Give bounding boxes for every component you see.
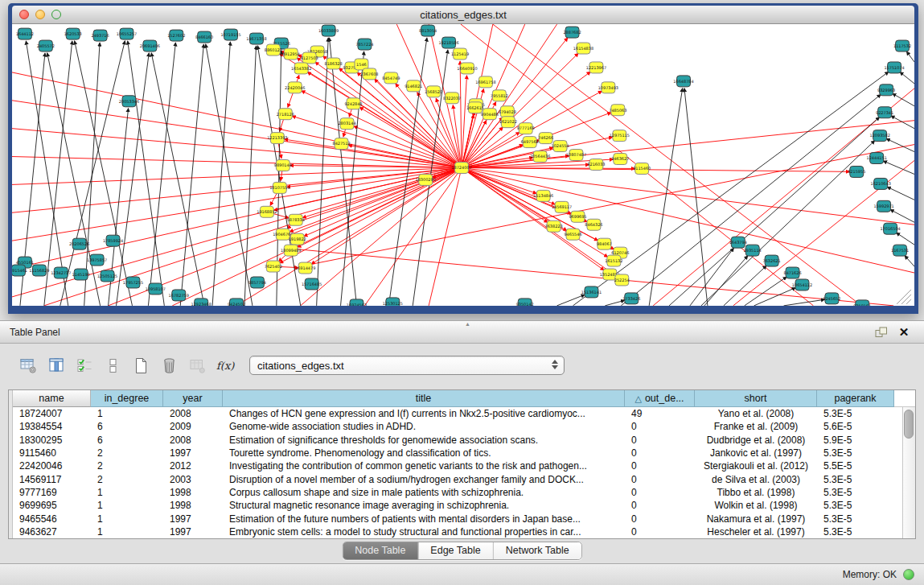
close-button[interactable]	[19, 10, 29, 19]
graph-edge	[206, 44, 253, 306]
table-cell: 18724007	[13, 408, 91, 419]
graph-node-label: 20691406	[140, 43, 160, 48]
graph-node-label: 10719155	[220, 32, 240, 37]
table-cell: 0	[625, 460, 695, 472]
clear-selection-icon[interactable]	[102, 355, 123, 376]
graph-node-label: 9350161	[853, 303, 871, 306]
graph-node-label: 19168852	[257, 209, 277, 214]
table-cell: Disruption of a novel member of a sodium…	[223, 474, 625, 485]
delete-table-icon[interactable]	[158, 355, 179, 376]
table-cell: 2008	[163, 408, 223, 419]
column-header-year[interactable]: year	[163, 390, 223, 407]
zoom-button[interactable]	[51, 10, 61, 19]
table-row[interactable]: 1830029562008Estimation of significance …	[9, 434, 915, 447]
graph-node-label: 6794028	[499, 109, 516, 114]
window-title: citations_edges.txt	[420, 9, 507, 21]
graph-edge	[906, 51, 914, 62]
graph-edge	[460, 61, 462, 168]
graph-node-label: 1568520	[425, 89, 442, 94]
graph-edge	[280, 167, 462, 262]
graph-node-label: 15716485	[302, 282, 322, 286]
graph-node-label: 8860123	[265, 47, 282, 52]
table-row[interactable]: 969969511998Structural magnetic resonanc…	[9, 499, 915, 512]
column-header-out_de[interactable]: △out_de...	[625, 390, 695, 407]
new-table-icon[interactable]	[130, 355, 151, 376]
resize-grip-icon[interactable]	[906, 299, 911, 304]
minimize-button[interactable]	[35, 10, 45, 19]
graph-edge	[26, 41, 68, 306]
graph-node-label: 9146821	[405, 84, 422, 89]
table-select-value: citations_edges.txt	[257, 360, 344, 372]
close-panel-icon[interactable]: ✕	[895, 324, 913, 340]
graph-node-label: 14569117	[552, 204, 572, 209]
table-header-row: namein_degreeyeartitle△out_de...shortpag…	[9, 390, 915, 407]
scrollbar-thumb[interactable]	[904, 410, 914, 439]
resize-grip-icon[interactable]	[901, 295, 911, 304]
table-row[interactable]: 2242004622012Investigating the contribut…	[9, 459, 915, 472]
float-window-icon[interactable]	[873, 324, 890, 340]
table-select-dropdown[interactable]: citations_edges.txt	[249, 356, 565, 375]
graph-edge	[754, 288, 796, 306]
graph-edge	[75, 41, 133, 306]
graph-node-label: 1024554	[551, 143, 569, 148]
graph-node-label: 9890144	[274, 163, 292, 167]
graph-node-label: 18107554	[269, 185, 290, 190]
show-columns-icon[interactable]	[46, 355, 67, 376]
network-canvas[interactable]: 1644112240557216205332493716106552572069…	[12, 24, 914, 306]
tab-edge-table[interactable]: Edge Table	[417, 542, 492, 559]
memory-status-icon	[903, 569, 914, 580]
graph-edge	[180, 44, 203, 306]
table-cell: 9115460	[13, 447, 91, 459]
table-cell: 1997	[163, 526, 223, 538]
vertical-scrollbar[interactable]	[902, 407, 915, 538]
graph-node-label: 2887682	[563, 30, 581, 35]
table-cell: Estimation of significance thresholds fo…	[223, 435, 625, 446]
graph-edge	[887, 187, 914, 200]
graph-node-label: 12093582	[870, 133, 890, 138]
table-row[interactable]: 946554611997Estimation of the future num…	[9, 512, 915, 525]
graph-node-label: 8464326	[585, 222, 602, 227]
graph-node-label: 16543382	[291, 66, 311, 71]
tab-network-table[interactable]: Network Table	[493, 542, 581, 559]
graph-node-label: 9329963	[877, 88, 895, 93]
graph-node-label: 20564436	[530, 154, 550, 159]
table-panel-bar: ▲ Table Panel ✕	[0, 320, 924, 344]
graph-node-label: 1733426	[622, 296, 640, 301]
table-cell: 0	[625, 421, 695, 432]
graph-node-label: 8813054	[419, 28, 437, 33]
column-header-pagerank[interactable]: pagerank	[817, 390, 894, 407]
graph-node-label: 7857224	[355, 42, 373, 47]
column-header-title[interactable]: title	[223, 390, 625, 407]
table-row[interactable]: 946362711997Embryonic stem cells: a mode…	[9, 525, 915, 538]
panel-splitter-handle[interactable]: ▲	[462, 322, 474, 327]
graph-node-label: 16640910	[457, 66, 477, 71]
graph-edge	[905, 256, 914, 266]
graph-node-label: 7638223	[545, 224, 563, 229]
graph-edge	[890, 209, 914, 222]
table-row[interactable]: 977716911998Corpus callosum shape and si…	[9, 486, 915, 499]
column-header-name[interactable]: name	[13, 390, 91, 407]
graph-node-label: 2718126	[277, 112, 294, 117]
graph-node-label: 18099489	[281, 248, 301, 253]
svg-text:f(x): f(x)	[216, 360, 235, 372]
function-builder-icon[interactable]: f(x)	[215, 355, 236, 376]
column-header-short[interactable]: short	[695, 390, 817, 407]
graph-node-label: 16782759	[169, 293, 189, 298]
table-row[interactable]: 911546021997Tourette syndrome. Phenomeno…	[9, 447, 915, 459]
tab-node-table[interactable]: Node Table	[343, 542, 417, 559]
graph-node-label: 9699695	[569, 214, 586, 219]
table-cell: 2012	[163, 460, 223, 472]
table-row[interactable]: 1456911722003Disruption of a novel membe…	[9, 472, 915, 485]
column-header-in_degree[interactable]: in_degree	[91, 390, 163, 407]
graph-node-label: 1117532	[893, 43, 911, 48]
select-all-icon[interactable]	[74, 355, 95, 376]
table-row[interactable]: 1872400712008Changes of HCN gene express…	[9, 407, 915, 420]
graph-edge	[701, 141, 875, 306]
table-row[interactable]: 1938455462009Genome-wide association stu…	[9, 420, 915, 433]
table-mode-icon[interactable]	[18, 355, 39, 376]
status-bar: Memory: OK	[0, 563, 924, 585]
graph-node-label: 1615132	[605, 258, 622, 263]
window-titlebar[interactable]: citations_edges.txt	[12, 6, 914, 24]
graph-node-label: 19218586	[438, 40, 458, 45]
table-cell: 0	[625, 513, 695, 525]
